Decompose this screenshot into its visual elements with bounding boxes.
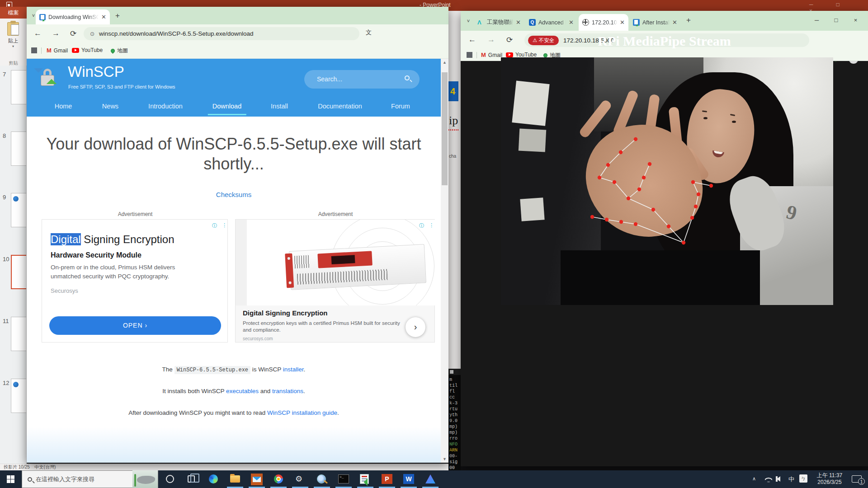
taskbar-terminal[interactable]: >_ — [333, 470, 354, 488]
ppt-paste-button[interactable]: 貼上 ▾ — [4, 22, 23, 48]
ad-open-button[interactable]: OPEN › — [49, 316, 221, 335]
taskbar-edge[interactable] — [203, 470, 224, 488]
tab-after-installation[interactable]: After Installation ✕ — [629, 14, 681, 31]
scroll-up-icon[interactable]: ▲ — [443, 60, 447, 65]
bookmark-label: Gmail — [488, 52, 502, 58]
bookmark-youtube[interactable]: YouTube — [72, 47, 103, 53]
nav-introduction[interactable]: Introduction — [148, 103, 183, 110]
nav-news[interactable]: News — [102, 103, 118, 110]
taskbar-chrome[interactable] — [268, 470, 289, 488]
gmail-icon: M — [481, 52, 486, 58]
scrollbar-thumb[interactable] — [442, 72, 448, 185]
youtube-icon — [72, 48, 79, 53]
tab-close-icon[interactable]: ✕ — [101, 14, 106, 20]
tab-search-caret[interactable]: ˅ — [464, 17, 473, 26]
tab-close-icon[interactable]: ✕ — [516, 19, 521, 26]
bookmark-gmail[interactable]: M Gmail — [481, 52, 502, 58]
gmail-icon: M — [47, 47, 52, 54]
checksums-link[interactable]: Checksums — [27, 191, 441, 198]
tab-title: Downloading WinSCP-6.5.5-S — [48, 14, 99, 20]
scroll-down-icon[interactable]: ▼ — [443, 457, 447, 461]
search-icon[interactable] — [405, 75, 410, 80]
search-highlight-image[interactable] — [132, 470, 158, 488]
installer-link[interactable]: installer — [283, 366, 304, 373]
tab-close-icon[interactable]: ✕ — [569, 19, 574, 26]
nav-home[interactable]: Home — [55, 103, 72, 110]
ad-next-button[interactable]: › — [406, 317, 425, 337]
slide-thumbnail[interactable] — [11, 379, 27, 413]
taskbar-mail[interactable] — [246, 470, 268, 488]
ppt-file-tab[interactable]: 檔案 — [0, 7, 27, 19]
tab-advanced-ip-scanner[interactable]: Q Advanced IP Scan ✕ — [525, 14, 577, 31]
apps-grid-icon[interactable] — [467, 52, 472, 58]
tab-close-icon[interactable]: ✕ — [672, 19, 677, 26]
ad-info-icon[interactable]: ⓘ — [212, 222, 217, 229]
cortana-icon — [166, 475, 174, 483]
powerpoint-icon: P — [382, 474, 392, 484]
tab-downloading-winscp[interactable]: Downloading WinSCP-6.5.5-S ✕ — [36, 9, 110, 24]
translate-icon[interactable]: 文 — [366, 28, 372, 37]
nav-forum[interactable]: Forum — [391, 103, 410, 110]
translations-link[interactable]: translations — [272, 388, 303, 394]
search-input[interactable]: Search... — [304, 70, 420, 89]
maximize-icon: □ — [826, 17, 846, 23]
address-bar[interactable]: ⊙ winscp.net/download/WinSCP-6.5.5-Setup… — [84, 27, 359, 40]
bookmark-youtube[interactable]: YouTube — [506, 52, 537, 58]
taskbar-ip-scanner[interactable] — [311, 470, 333, 488]
tab-close-icon[interactable]: ✕ — [620, 19, 625, 26]
site-settings-icon[interactable]: ⊙ — [90, 31, 94, 37]
slide-thumbnail[interactable] — [11, 317, 27, 351]
ad-info-icon[interactable]: ⓘ — [419, 222, 424, 229]
nav-install[interactable]: Install — [271, 103, 288, 110]
forward-button[interactable]: → — [52, 29, 60, 38]
slide-thumbnail[interactable] — [11, 70, 27, 104]
divider — [41, 47, 42, 54]
nav-download[interactable]: Download — [212, 103, 242, 110]
browser-toolbar: ← → ⟳ ⊙ winscp.net/download/WinSCP-6.5.5… — [27, 24, 448, 43]
slide-thumbnail-selected[interactable] — [11, 255, 27, 289]
ad-card-text[interactable]: ⓘ ⋮ Digital Signing Encryption Hardware … — [42, 219, 228, 343]
bookmark-maps[interactable]: 地圖 — [111, 47, 128, 55]
apps-grid-icon[interactable] — [31, 47, 37, 53]
taskbar-settings[interactable]: ⚙ — [289, 470, 311, 488]
new-tab-button[interactable]: + — [686, 16, 691, 25]
scrollbar[interactable]: ▲ ▼ — [441, 59, 448, 463]
start-button[interactable] — [0, 470, 22, 488]
ad-card-product[interactable]: ⓘ ⋮ Digital Signing Encryption Protect e… — [235, 219, 435, 343]
slide-badge-icon — [13, 196, 19, 202]
site-title[interactable]: WinSCP — [68, 63, 124, 80]
tray-chevron-icon[interactable]: ∧ — [752, 476, 756, 488]
slide-thumbnail[interactable] — [11, 131, 27, 166]
taskbar-file-explorer[interactable] — [224, 470, 246, 488]
ad-options-icon[interactable]: ⋮ — [222, 222, 227, 228]
taskbar-winscp[interactable] — [354, 470, 376, 488]
taskbar-powerpoint[interactable]: P — [376, 470, 398, 488]
taskbar-cortana[interactable] — [159, 470, 181, 488]
taskbar-task-view[interactable] — [181, 470, 203, 488]
slide-thumbnail[interactable] — [11, 193, 27, 227]
ad-options-icon[interactable]: ⋮ — [429, 222, 434, 228]
bookmark-gmail[interactable]: M Gmail — [47, 47, 68, 54]
taskbar-paint3d[interactable] — [420, 470, 441, 488]
back-button[interactable]: ← — [34, 29, 42, 38]
taskbar-search-input[interactable]: 在這裡輸入文字來搜尋 — [22, 470, 158, 488]
bookmark-label: YouTube — [515, 52, 537, 58]
taskbar-word[interactable]: W — [398, 470, 420, 488]
installation-guide-link[interactable]: WinSCP installation guide — [267, 409, 337, 416]
ppt-slide-counter: 投影片 10/25 — [4, 465, 30, 469]
tab-stream-active[interactable]: 172.20.10.18:500 ✕ — [579, 14, 628, 31]
ime-mode-icon[interactable]: ㄅ — [799, 474, 807, 483]
executables-link[interactable]: executables — [226, 388, 259, 394]
stream-page-title: RPi MediaPipe Stream — [461, 33, 868, 49]
nav-documentation[interactable]: Documentation — [318, 103, 362, 110]
new-tab-button[interactable]: + — [115, 11, 120, 20]
window-controls[interactable]: ─□× — [807, 17, 865, 23]
taskbar: 在這裡輸入文字來搜尋 ⚙ >_ P W ∧ 中 ㄅ 上午 11:37 2026/… — [0, 470, 868, 488]
taskbar-clock[interactable]: 上午 11:37 2026/3/25 — [812, 470, 847, 488]
slide-text-fragment: ip — [449, 114, 458, 127]
winscp-logo[interactable] — [34, 62, 61, 92]
ip-scanner-favicon: Q — [529, 19, 536, 26]
tab-iiot-course[interactable]: Λ 工業物聯網技術與實 ✕ — [474, 14, 524, 31]
reload-button[interactable]: ⟳ — [70, 29, 76, 38]
ime-language[interactable]: 中 — [788, 475, 794, 488]
